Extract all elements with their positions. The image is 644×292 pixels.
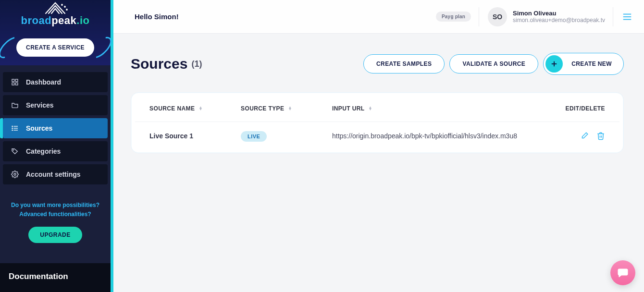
edit-icon[interactable] [580,132,589,140]
hamburger-icon [622,12,632,22]
user-meta: Simon Oliveau simon.oliveau+demo@broadpe… [513,10,605,24]
svg-rect-3 [12,79,14,82]
page-title: Sources [131,56,187,72]
svg-point-0 [62,4,62,5]
live-badge: LIVE [241,131,267,142]
logo-text: broadpeak.io [21,14,90,27]
cell-input-url: https://origin.broadpeak.io/bpk-tv/bpkio… [332,132,552,140]
main: Hello Simon! Payg plan SO Simon Oliveau … [111,0,644,292]
user-name: Simon Oliveau [513,10,605,17]
th-input-url[interactable]: INPUT URL ▲▼ [332,105,552,112]
logo-icon [41,0,70,15]
possibilities-line1: Do you want more possibilities? [5,201,106,210]
gear-icon [11,170,19,179]
delete-icon[interactable] [596,132,605,140]
sidebar-item-label: Dashboard [26,78,61,86]
upgrade-button[interactable]: UPGRADE [28,227,82,243]
possibilities-line2: Advanced functionalities? [5,210,106,219]
tag-icon [11,147,19,156]
sidebar-item-account-settings[interactable]: Account settings [3,164,108,184]
sidebar-item-label: Services [26,101,54,109]
sidebar-item-label: Sources [26,124,52,132]
cell-source-name: Live Source 1 [149,132,241,140]
greeting: Hello Simon! [135,12,179,21]
svg-point-2 [66,9,67,10]
table-header: SOURCE NAME ▲▼ SOURCE TYPE ▲▼ INPUT URL … [135,96,619,122]
sidebar-item-categories[interactable]: Categories [3,141,108,161]
cell-source-type: LIVE [241,132,332,140]
possibilities-text: Do you want more possibilities? Advanced… [0,184,111,219]
sidebar-item-label: Categories [26,147,61,155]
sort-icon[interactable]: ▲▼ [198,107,202,110]
documentation-section[interactable]: Documentation [0,263,111,292]
svg-point-1 [64,6,65,7]
create-samples-button[interactable]: CREATE SAMPLES [363,54,445,73]
svg-point-10 [12,126,12,126]
sidebar-item-sources[interactable]: Sources [3,118,108,138]
sources-table: SOURCE NAME ▲▼ SOURCE TYPE ▲▼ INPUT URL … [131,92,624,153]
logo[interactable]: broadpeak.io [0,0,111,33]
sidebar-item-dashboard[interactable]: Dashboard [3,72,108,92]
sidebar: broadpeak.io CREATE A SERVICE Dashboard … [0,0,111,292]
th-edit-delete: EDIT/DELETE [552,105,605,112]
svg-point-14 [14,173,16,175]
svg-point-13 [13,150,13,150]
create-service-wrap: CREATE A SERVICE [0,33,111,57]
svg-point-11 [12,128,12,128]
th-label: EDIT/DELETE [566,105,605,112]
sidebar-item-label: Account settings [26,170,81,178]
plus-icon [545,55,563,73]
svg-rect-5 [12,83,14,85]
th-source-type[interactable]: SOURCE TYPE ▲▼ [241,105,332,112]
plan-badge: Payg plan [436,12,471,22]
folder-icon [11,101,19,110]
user-email: simon.oliveau+demo@broadpeak.tv [513,17,605,24]
create-new-label: CREATE NEW [571,61,612,67]
create-service-button[interactable]: CREATE A SERVICE [16,38,94,57]
documentation-title: Documentation [9,272,102,281]
th-label: SOURCE NAME [149,105,195,112]
sidebar-nav: Dashboard Services Sources Categories Ac… [0,72,111,184]
topbar-right: Payg plan SO Simon Oliveau simon.oliveau… [436,7,632,26]
svg-rect-4 [15,79,18,82]
content: Sources (1) CREATE SAMPLES VALIDATE A SO… [111,34,644,172]
th-source-name[interactable]: SOURCE NAME ▲▼ [149,105,241,112]
sort-icon[interactable]: ▲▼ [369,107,372,110]
avatar: SO [488,7,507,26]
topbar: Hello Simon! Payg plan SO Simon Oliveau … [111,0,644,34]
validate-source-button[interactable]: VALIDATE A SOURCE [449,54,538,73]
cell-actions [552,132,605,140]
svg-point-12 [12,130,12,130]
upgrade-wrap: UPGRADE [0,219,111,243]
list-icon [11,124,19,133]
page-count: (1) [191,59,202,69]
th-label: INPUT URL [332,105,365,112]
chat-widget-button[interactable] [610,260,635,285]
sidebar-top: broadpeak.io CREATE A SERVICE [0,0,111,65]
user-block[interactable]: SO Simon Oliveau simon.oliveau+demo@broa… [479,7,605,26]
dashboard-icon [11,78,19,86]
sort-icon[interactable]: ▲▼ [288,107,292,110]
create-new-button[interactable]: CREATE NEW [543,53,624,75]
page-header: Sources (1) CREATE SAMPLES VALIDATE A SO… [131,53,624,75]
svg-rect-6 [15,83,18,85]
th-label: SOURCE TYPE [241,105,284,112]
page-actions: CREATE SAMPLES VALIDATE A SOURCE CREATE … [363,53,624,75]
menu-button[interactable] [613,7,632,26]
table-row: Live Source 1 LIVE https://origin.broadp… [135,122,619,150]
sidebar-item-services[interactable]: Services [3,95,108,115]
chat-icon [617,267,629,279]
